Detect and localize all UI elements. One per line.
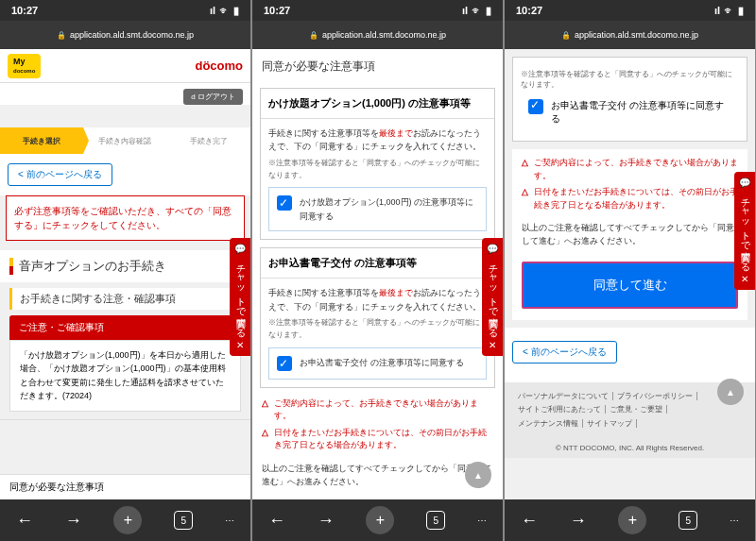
footer-link[interactable]: サイトご利用にあたって: [514, 405, 606, 414]
browser-address-bar[interactable]: application.ald.smt.docomo.ne.jp: [0, 21, 250, 49]
warning-icon: [522, 186, 528, 199]
tabs-button[interactable]: 5: [174, 511, 193, 530]
back-button[interactable]: ←: [268, 511, 285, 531]
consent-checkbox-row-2[interactable]: お申込書電子交付 の注意事項等に同意する: [268, 347, 487, 380]
menu-button[interactable]: ⋯: [225, 516, 234, 526]
step-2: 手続き内容確認: [83, 127, 166, 154]
card-note: ※注意事項等を確認すると「同意する」へのチェックが可能になります。: [268, 158, 487, 182]
forward-button[interactable]: →: [318, 511, 335, 531]
chat-tab[interactable]: チャットで質問する✕: [230, 238, 250, 356]
cutoff-heading: 同意が必要な注意事項: [0, 474, 250, 499]
status-bar: 10:27 ıl ᯤ ▮: [252, 0, 503, 21]
consent-heading: 同意が必要な注意事項: [252, 49, 503, 80]
warning-icon: [262, 397, 268, 411]
warning-1: ご契約内容によって、お手続きできない場合があります。: [252, 396, 503, 425]
consent-checkbox-row[interactable]: お申込書電子交付 の注意事項等に同意する: [521, 95, 739, 133]
card-title: かけ放題オプション(1,000円) の注意事項等: [261, 89, 494, 119]
status-icons: ıl ᯤ ▮: [210, 5, 239, 17]
chat-tab[interactable]: チャットで質問する✕: [482, 238, 503, 356]
battery-icon: ▮: [486, 5, 491, 17]
card-title: お申込書電子交付 の注意事項等: [261, 248, 494, 279]
signal-icon: ıl: [210, 5, 215, 16]
footer-link[interactable]: メンテナンス情報: [514, 419, 583, 428]
card-note: ※注意事項等を確認すると「同意する」へのチェックが可能になります。: [268, 317, 487, 342]
browser-address-bar[interactable]: application.ald.smt.docomo.ne.jp: [252, 21, 503, 49]
chat-close-icon[interactable]: ✕: [741, 274, 748, 284]
browser-address-bar[interactable]: application.ald.smt.docomo.ne.jp: [505, 21, 755, 49]
chat-close-icon[interactable]: ✕: [489, 340, 496, 350]
battery-icon: ▮: [738, 5, 744, 17]
tabs-button[interactable]: 5: [426, 511, 445, 530]
phone-screen-1: 10:27 ıl ᯤ ▮ application.ald.smt.docomo.…: [0, 0, 250, 541]
scroll-top-button[interactable]: ▲: [465, 462, 491, 488]
warning-icon: [522, 157, 528, 170]
forward-button[interactable]: →: [65, 511, 82, 531]
warning-label: ご注意・ご確認事項: [9, 315, 241, 340]
phone-screen-2: 10:27 ıl ᯤ ▮ application.ald.smt.docomo.…: [252, 0, 503, 541]
instruction-text: 以上のご注意を確認してすべてチェックしてから「同意して進む」へお進みください。: [512, 213, 747, 256]
status-bar: 10:27 ıl ᯤ ▮: [0, 0, 250, 21]
warning-1: ご契約内容によって、お手続きできない場合があります。: [512, 155, 747, 184]
checkbox-icon[interactable]: [277, 195, 292, 211]
chat-tab[interactable]: チャットで質問する✕: [734, 172, 755, 290]
back-link[interactable]: < 前のページへ戻る: [8, 163, 112, 186]
browser-toolbar: ← → + 5 ⋯: [505, 499, 755, 541]
consent-checkbox-row-1[interactable]: かけ放題オプション(1,000円) の注意事項等に同意する: [268, 187, 487, 231]
url-text: application.ald.smt.docomo.ne.jp: [70, 30, 194, 40]
title-accent-icon: [9, 258, 13, 275]
checkbox-label: お申込書電子交付 の注意事項等に同意する: [551, 99, 731, 126]
warning-icon: [262, 427, 268, 440]
url-text: application.ald.smt.docomo.ne.jp: [322, 30, 446, 40]
step-3: 手続き完了: [167, 127, 250, 154]
menu-button[interactable]: ⋯: [477, 516, 487, 526]
battery-icon: ▮: [233, 5, 239, 17]
browser-toolbar: ← → + 5 ⋯: [252, 499, 503, 541]
forward-button[interactable]: →: [570, 511, 587, 531]
new-tab-button[interactable]: +: [113, 506, 142, 534]
page-content: Mydocomo döcomo d ログアウト 手続き選択 手続き内容確認 手続…: [0, 49, 250, 499]
status-time: 10:27: [264, 5, 290, 16]
status-icons: ıl ᯤ ▮: [714, 5, 744, 17]
status-icons: ıl ᯤ ▮: [462, 5, 491, 17]
checkbox-label: お申込書電子交付 の注意事項等に同意する: [300, 356, 464, 369]
footer-link[interactable]: プライバシーポリシー: [613, 392, 697, 400]
checkbox-icon[interactable]: [528, 99, 543, 114]
lock-icon: [57, 30, 66, 40]
footer-link[interactable]: サイトマップ: [583, 419, 637, 428]
status-time: 10:27: [11, 5, 38, 16]
new-tab-button[interactable]: +: [366, 506, 394, 534]
warning-2: 日付をまたいだお手続きについては、その前日がお手続き完了日となる場合があります。: [252, 425, 503, 454]
url-text: application.ald.smt.docomo.ne.jp: [575, 30, 698, 40]
notice-text: 「かけ放題オプション(1,000円)」を本日から適用した場合、「かけ放題オプショ…: [9, 340, 241, 412]
docomo-logo: döcomo: [195, 59, 243, 73]
menu-button[interactable]: ⋯: [730, 516, 739, 526]
wifi-icon: ᯤ: [472, 5, 482, 16]
my-docomo-logo[interactable]: Mydocomo: [8, 54, 41, 78]
signal-icon: ıl: [714, 5, 720, 16]
back-button[interactable]: ←: [16, 511, 33, 531]
section-subtitle: お手続きに関する注意・確認事項: [9, 288, 241, 310]
phone-screen-3: 10:27 ıl ᯤ ▮ application.ald.smt.docomo.…: [505, 0, 755, 541]
alert-message: 必ず注意事項等をご確認いただき、すべての「同意する」にチェックをしてください。: [6, 195, 245, 241]
signal-icon: ıl: [462, 5, 468, 16]
agree-proceed-button[interactable]: 同意して進む: [522, 262, 738, 309]
footer-link[interactable]: パーソナルデータについて: [514, 392, 613, 400]
warning-2: 日付をまたいだお手続きについては、その前日がお手続き完了日となる場合があります。: [512, 184, 747, 213]
footer-link[interactable]: ご意見・ご要望: [606, 405, 667, 414]
scroll-top-button[interactable]: ▲: [717, 379, 744, 405]
checkbox-icon[interactable]: [277, 356, 292, 371]
new-tab-button[interactable]: +: [618, 506, 646, 534]
status-bar: 10:27 ıl ᯤ ▮: [505, 0, 755, 21]
tabs-button[interactable]: 5: [679, 511, 697, 530]
status-time: 10:27: [516, 5, 542, 16]
chat-close-icon[interactable]: ✕: [236, 340, 244, 350]
logout-button[interactable]: d ログアウト: [183, 89, 243, 105]
page-title: 音声オプションのお手続き: [0, 250, 250, 282]
copyright: © NTT DOCOMO, INC. All Rights Reserved.: [505, 438, 755, 458]
page-content: 同意が必要な注意事項 かけ放題オプション(1,000円) の注意事項等 手続きに…: [252, 49, 503, 499]
card-body: 手続きに関する注意事項等を最後までお読みになったうえで、下の「同意する」にチェッ…: [261, 119, 494, 239]
browser-toolbar: ← → + 5 ⋯: [0, 499, 250, 541]
page-content: ※注意事項等を確認すると「同意する」へのチェックが可能になります。 お申込書電子…: [505, 49, 755, 499]
back-button[interactable]: ←: [521, 511, 538, 531]
back-link[interactable]: < 前のページへ戻る: [512, 341, 617, 363]
